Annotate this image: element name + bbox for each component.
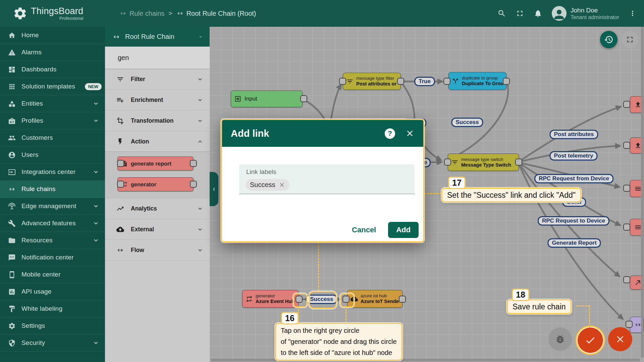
breadcrumb-rule-chains[interactable]: Rule chains (119, 10, 165, 17)
category-transformation[interactable]: Transformation (105, 111, 210, 131)
remove-chip-icon[interactable] (279, 182, 285, 188)
canvas-fullscreen-button[interactable] (621, 31, 639, 48)
sidebar-item-security[interactable]: Security (0, 335, 105, 352)
category-analytics[interactable]: Analytics (105, 198, 210, 219)
add-button[interactable]: Add (388, 222, 419, 238)
search-icon[interactable] (497, 9, 506, 18)
field-label: Link labels (239, 164, 415, 176)
node-input[interactable]: Input (231, 90, 303, 107)
sidebar-item-integrations-center[interactable]: Integrations center (0, 164, 105, 181)
sidebar-item-users[interactable]: Users (0, 146, 105, 164)
sidebar-item-api-usage[interactable]: API usage (0, 283, 105, 300)
avatar (552, 6, 567, 21)
sidebar-item-customers[interactable]: Customers (0, 129, 105, 146)
input-port[interactable] (623, 276, 630, 283)
output-port-duplicate[interactable] (503, 78, 510, 85)
sidebar-item-settings[interactable]: Settings (0, 317, 105, 335)
version-history-button[interactable] (600, 31, 618, 48)
person-icon (552, 7, 566, 21)
output-port-filter[interactable] (397, 78, 404, 85)
output-port-azure[interactable] (399, 296, 406, 303)
brand-logo[interactable]: ThingsBoard Professional (13, 6, 83, 21)
category-action[interactable]: Action (105, 131, 210, 152)
link-label-rpc-from-device[interactable]: RPC Request from Device (534, 174, 613, 183)
input-port-switch[interactable] (444, 159, 451, 166)
help-button[interactable]: ? (385, 128, 395, 139)
input-port-duplicate[interactable] (443, 78, 450, 85)
tour-tooltip-17: Set the "Success" link and click "Add" (441, 188, 581, 202)
breadcrumb-current[interactable]: Root Rule Chain (Root) (176, 10, 256, 17)
cancel-changes-button[interactable] (608, 327, 632, 351)
input-port-filter[interactable] (339, 78, 346, 85)
node-message-type-filter[interactable]: message type filterPost attributes or RP… (343, 73, 401, 90)
kebab-menu-icon[interactable] (629, 9, 637, 17)
debug-mode-button[interactable] (548, 327, 572, 351)
link-label-success-top[interactable]: Success (451, 118, 483, 127)
sidebar-item-alarms[interactable]: Alarms (0, 44, 105, 61)
output-port-input[interactable] (300, 95, 307, 102)
category-filter[interactable]: Filter (105, 69, 210, 90)
link-labels-field[interactable]: Link labels Success (239, 164, 415, 194)
save-rule-chain-button[interactable] (578, 327, 603, 353)
node-azure-iot-hub[interactable]: azure iot hubAzure IoT Sender (347, 290, 402, 308)
user-menu[interactable]: John Doe Tenant administrator (552, 6, 619, 21)
link-label-post-telemetry[interactable]: Post telemetry (549, 151, 597, 161)
sidebar-item-edge-management[interactable]: Edge management (0, 198, 105, 215)
category-flow[interactable]: Flow (105, 240, 210, 261)
sidebar: Home Alarms Dashboards Solution template… (0, 27, 105, 362)
sidebar-item-notification-center[interactable]: Notification center (0, 249, 105, 266)
cancel-button[interactable]: Cancel (350, 225, 378, 235)
chevron-down-icon (197, 226, 204, 233)
output-port[interactable] (190, 160, 197, 167)
link-label-chip[interactable]: Success (246, 179, 289, 191)
sidebar-item-home[interactable]: Home (0, 27, 105, 44)
output-port[interactable] (190, 181, 197, 188)
link-label-post-attributes[interactable]: Post attributes (549, 130, 598, 139)
category-enrichment[interactable]: Enrichment (105, 90, 210, 111)
search-input[interactable] (117, 54, 207, 62)
vertical-scrollbar[interactable] (641, 27, 644, 358)
palette-node-generate-report[interactable]: generate report (117, 157, 194, 171)
menu-lines-icon (634, 185, 642, 192)
sidebar-item-solution-templates[interactable]: Solution templatesNEW (0, 78, 105, 95)
input-port[interactable] (623, 101, 630, 108)
link-label-rpc-to-device[interactable]: RPC Request to Device (538, 216, 609, 226)
node-generator[interactable]: generatorAzure Event Hub test … (242, 290, 299, 308)
trend-icon (116, 205, 124, 213)
sidebar-item-advanced-features[interactable]: Advanced features (0, 215, 105, 232)
palette-title: Root Rule Chain (125, 33, 174, 41)
input-port[interactable] (623, 224, 630, 231)
category-external[interactable]: External (105, 219, 210, 240)
app-header: ThingsBoard Professional Rule chains > R… (0, 0, 644, 27)
link-label-true[interactable]: True (414, 77, 435, 86)
tour-tooltip-18: Save rule chain (507, 299, 572, 314)
link-label-generate-report[interactable]: Generate Report (547, 238, 601, 248)
sidebar-item-mobile-center[interactable]: Mobile center (0, 266, 105, 283)
input-port[interactable] (117, 181, 124, 188)
entities-icon (8, 100, 16, 108)
sidebar-item-dashboards[interactable]: Dashboards (0, 61, 105, 78)
horizontal-scrollbar[interactable] (211, 359, 640, 361)
close-icon[interactable] (405, 129, 415, 138)
input-port[interactable] (117, 160, 124, 167)
palette-collapse-handle[interactable]: ‹ (210, 172, 218, 206)
caret-down-icon[interactable] (197, 33, 204, 41)
sidebar-item-rule-chains[interactable]: Rule chains (0, 181, 105, 198)
notifications-bell-icon[interactable] (534, 9, 542, 18)
sidebar-item-profiles[interactable]: Profiles (0, 112, 105, 129)
palette-node-generator[interactable]: generator (117, 177, 194, 191)
chevron-down-icon (197, 247, 204, 254)
input-port[interactable] (626, 321, 633, 328)
node-message-type-switch[interactable]: message type switchMessage Type Switch (448, 154, 519, 171)
rule-chain-selector[interactable]: Root Rule Chain (105, 27, 210, 47)
input-port[interactable] (623, 185, 630, 192)
dialog-title: Add link (231, 128, 269, 139)
fullscreen-icon[interactable] (516, 9, 524, 18)
node-duplicate-to-group[interactable]: duplicate to groupDuplicate To Group En… (448, 72, 506, 90)
output-port-switch[interactable] (515, 159, 522, 166)
sidebar-item-resources[interactable]: Resources (0, 232, 105, 249)
sidebar-item-white-labeling[interactable]: White labeling (0, 300, 105, 317)
input-port[interactable] (623, 142, 630, 149)
dialog-header: Add link ? (222, 120, 423, 147)
sidebar-item-entities[interactable]: Entities (0, 95, 105, 112)
